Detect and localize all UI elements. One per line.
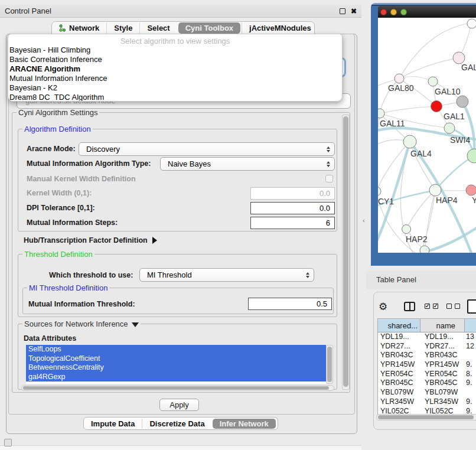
table-body: YDL19...YDL19...13YDR27...YDR27...12YBR0… xyxy=(378,332,476,416)
table-panel: ⚙ ✓✓ shared... name YDL19...YDL19...13YD… xyxy=(373,292,476,430)
table-hscrollbar[interactable] xyxy=(376,414,476,420)
table-row[interactable]: YBR043CYBR043C xyxy=(378,351,476,360)
network-svg: GALGAL80GAL10GAL1GAL11SWI4GAL4GCY1HAP4YH… xyxy=(378,18,476,253)
network-node[interactable] xyxy=(467,19,476,28)
sources-group-title[interactable]: Sources for Network Inference xyxy=(22,319,141,328)
network-edge[interactable] xyxy=(462,102,474,156)
network-node-gal80[interactable] xyxy=(395,74,404,83)
network-node[interactable] xyxy=(467,149,476,163)
tab-select[interactable]: Select xyxy=(139,22,177,34)
table-row[interactable]: YDL19...YDL19...13 xyxy=(378,332,476,342)
close-window-icon[interactable] xyxy=(380,9,387,15)
algorithm-option[interactable]: Mutual Information Inference xyxy=(8,74,342,83)
mi-type-combo[interactable]: Naive Bayes xyxy=(160,157,335,171)
gear-icon[interactable]: ⚙ xyxy=(379,301,387,313)
control-panel-title: Control Panel xyxy=(5,6,51,15)
tab-impute-data[interactable]: Impute Data xyxy=(84,419,142,429)
mi-type-label: Mutual Information Algorithm Type: xyxy=(27,159,151,168)
dropdown-placeholder: Select algorithm to view settings xyxy=(8,34,342,45)
minimize-window-icon[interactable] xyxy=(390,9,397,15)
network-edge[interactable] xyxy=(378,142,410,191)
settings-scrollbar[interactable] xyxy=(342,115,350,390)
network-node-gal4[interactable] xyxy=(403,135,416,148)
column-header-name[interactable]: name xyxy=(420,319,465,332)
aracne-mode-combo[interactable]: Discovery xyxy=(79,142,335,156)
algorithm-option[interactable]: Basic Correlation Inference xyxy=(8,55,342,64)
tab-cyni-toolbox[interactable]: Cyni Toolbox xyxy=(178,22,240,34)
network-edge[interactable] xyxy=(380,106,436,113)
table-row[interactable]: YBL079WYBL079W xyxy=(378,388,476,397)
mi-threshold-label: Mutual Information Threshold: xyxy=(28,300,135,308)
table-panel-title: Table Panel xyxy=(376,275,416,284)
attribute-item-selected[interactable]: BetweennessCentrality xyxy=(26,363,326,373)
tab-infer-network[interactable]: Infer Network xyxy=(213,419,276,429)
float-panel-icon[interactable] xyxy=(340,8,345,14)
table-row[interactable]: YPR145WYPR145W9. xyxy=(378,360,476,370)
mi-threshold-input[interactable]: 0.5 xyxy=(248,298,332,310)
data-attributes-list[interactable]: SelfLoops TopologicalCoefficient Between… xyxy=(26,345,326,384)
column-header-third[interactable] xyxy=(465,319,476,332)
apply-button[interactable]: Apply xyxy=(159,399,199,411)
tab-style[interactable]: Style xyxy=(106,22,139,34)
network-edge[interactable] xyxy=(399,24,467,79)
algorithm-option-selected[interactable]: ARACNE Algorithm xyxy=(8,64,342,74)
algorithm-dropdown-popup: Select algorithm to view settings Bayesi… xyxy=(8,34,343,102)
network-node-hap2[interactable] xyxy=(402,225,411,234)
table-hscrollbar-thumb[interactable] xyxy=(378,415,474,419)
tab-discretize-data[interactable]: Discretize Data xyxy=(142,419,211,429)
network-node-gal[interactable] xyxy=(453,52,465,64)
kernel-width-input[interactable]: 0.0 xyxy=(250,187,335,200)
attribute-item-selected[interactable]: gal4RGexp xyxy=(26,373,326,382)
network-canvas[interactable]: GALGAL80GAL10GAL1GAL11SWI4GAL4GCY1HAP4YH… xyxy=(378,18,476,253)
attribute-item-selected[interactable]: TopologicalCoefficient xyxy=(26,354,326,364)
network-tab-icon xyxy=(59,24,66,32)
splitter-handle[interactable]: ‹ xyxy=(363,217,365,224)
attributes-hscrollbar-thumb[interactable] xyxy=(23,386,329,390)
zoom-window-icon[interactable] xyxy=(400,9,407,15)
panel-collapse-icon[interactable] xyxy=(4,439,12,446)
which-threshold-combo[interactable]: MI Threshold xyxy=(139,268,314,282)
network-window-titlebar[interactable] xyxy=(378,6,476,18)
table-row[interactable]: YER054CYER054C8. xyxy=(378,370,476,379)
export-table-icon[interactable] xyxy=(467,299,476,314)
hub-definition-toggle[interactable]: Hub/Transcription Factor Definition xyxy=(24,236,157,244)
dpi-tolerance-input[interactable]: 0.0 xyxy=(250,202,335,214)
close-panel-icon[interactable]: ✖ xyxy=(351,8,357,14)
network-node[interactable] xyxy=(457,96,468,107)
table-cell: YBL079W xyxy=(378,388,420,397)
table-cell: 8. xyxy=(465,370,476,379)
algorithm-option[interactable]: Bayesian - Hill Climbing xyxy=(8,45,342,55)
select-all-icon[interactable]: ✓✓ xyxy=(425,304,438,309)
algorithm-option[interactable]: Dream8 DC_TDC Algorithm xyxy=(8,93,342,102)
network-node-gcy1[interactable] xyxy=(378,187,381,196)
node-label: HAP2 xyxy=(406,234,428,244)
table-row[interactable]: YDR27...YDR27...12 xyxy=(378,342,476,351)
settings-scrollbar-thumb[interactable] xyxy=(343,116,348,387)
column-header-shared-name[interactable]: shared... xyxy=(378,319,420,332)
network-edge[interactable] xyxy=(435,156,474,190)
network-node-gal11[interactable] xyxy=(378,109,384,118)
attributes-vscrollbar-thumb[interactable] xyxy=(327,347,332,382)
network-node-y[interactable] xyxy=(466,185,476,195)
network-edge[interactable] xyxy=(422,227,476,253)
table-row[interactable]: YLR345WYLR345W9. xyxy=(378,397,476,407)
tab-jactivemnodules[interactable]: jActiveMNodules xyxy=(242,22,318,34)
attribute-item-selected[interactable]: SelfLoops xyxy=(26,345,326,354)
network-edge[interactable] xyxy=(399,76,433,81)
attributes-vscrollbar[interactable] xyxy=(326,345,333,384)
expand-arrow-icon xyxy=(152,237,157,244)
deselect-all-icon[interactable] xyxy=(446,304,460,309)
network-node-gal10[interactable] xyxy=(428,77,438,86)
network-node-gal1[interactable] xyxy=(431,101,442,112)
algorithm-option[interactable]: Bayesian - K2 xyxy=(8,83,342,93)
network-node[interactable] xyxy=(420,246,429,253)
network-node-hap4[interactable] xyxy=(429,184,441,196)
table-row[interactable]: YBR045CYBR045C9. xyxy=(378,379,476,388)
network-edge[interactable] xyxy=(399,58,459,79)
attributes-hscrollbar[interactable] xyxy=(21,385,334,391)
mi-steps-input[interactable]: 6 xyxy=(250,217,335,229)
column-layout-icon[interactable] xyxy=(404,302,415,311)
manual-kernel-checkbox[interactable] xyxy=(325,175,333,182)
network-node-swi4[interactable] xyxy=(444,123,455,133)
tab-network[interactable]: Network xyxy=(52,22,106,34)
